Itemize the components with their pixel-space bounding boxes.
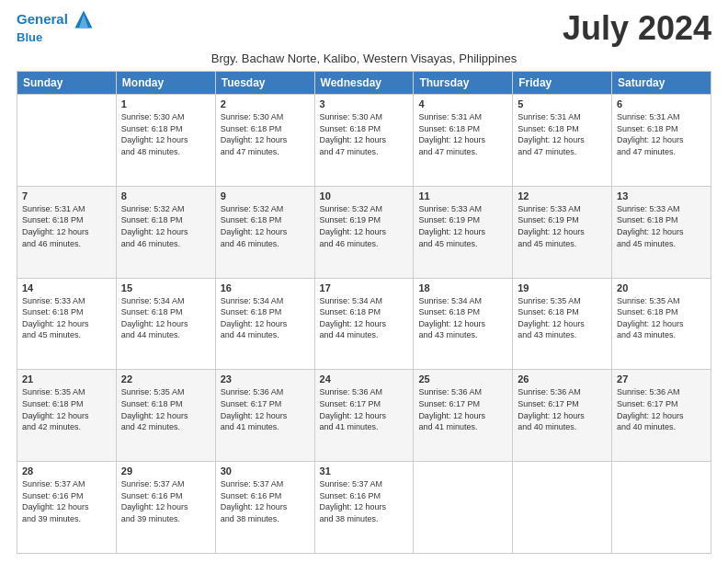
day-info: Sunrise: 5:35 AM Sunset: 6:18 PM Dayligh… — [121, 386, 210, 432]
header-sunday: Sunday — [17, 72, 117, 95]
day-number: 6 — [617, 98, 706, 109]
table-row: 23Sunrise: 5:36 AM Sunset: 6:17 PM Dayli… — [215, 370, 314, 462]
table-row: 31Sunrise: 5:37 AM Sunset: 6:16 PM Dayli… — [314, 462, 414, 554]
weekday-header-row: Sunday Monday Tuesday Wednesday Thursday… — [17, 72, 711, 95]
table-row: 20Sunrise: 5:35 AM Sunset: 6:18 PM Dayli… — [612, 278, 711, 370]
day-info: Sunrise: 5:33 AM Sunset: 6:19 PM Dayligh… — [518, 203, 607, 249]
day-number: 20 — [617, 282, 706, 293]
subtitle: Brgy. Bachaw Norte, Kalibo, Western Visa… — [17, 52, 711, 65]
month-title: July 2024 — [563, 9, 711, 48]
day-info: Sunrise: 5:31 AM Sunset: 6:18 PM Dayligh… — [418, 111, 507, 157]
header-tuesday: Tuesday — [215, 72, 314, 95]
table-row: 13Sunrise: 5:33 AM Sunset: 6:18 PM Dayli… — [612, 186, 711, 278]
day-number: 1 — [121, 98, 210, 109]
day-info: Sunrise: 5:34 AM Sunset: 6:18 PM Dayligh… — [320, 295, 409, 341]
day-info: Sunrise: 5:32 AM Sunset: 6:18 PM Dayligh… — [121, 203, 210, 249]
day-info: Sunrise: 5:34 AM Sunset: 6:18 PM Dayligh… — [418, 295, 507, 341]
day-info: Sunrise: 5:35 AM Sunset: 6:18 PM Dayligh… — [617, 295, 706, 341]
day-number: 28 — [22, 465, 111, 477]
day-number: 17 — [320, 282, 409, 293]
day-info: Sunrise: 5:30 AM Sunset: 6:18 PM Dayligh… — [221, 111, 310, 157]
table-row: 11Sunrise: 5:33 AM Sunset: 6:19 PM Dayli… — [414, 186, 513, 278]
logo-blue: Blue — [17, 31, 94, 44]
calendar-week-row: 1Sunrise: 5:30 AM Sunset: 6:18 PM Daylig… — [17, 95, 711, 187]
day-number: 4 — [418, 98, 507, 109]
table-row: 29Sunrise: 5:37 AM Sunset: 6:16 PM Dayli… — [116, 462, 215, 554]
day-info: Sunrise: 5:31 AM Sunset: 6:18 PM Dayligh… — [22, 203, 111, 249]
table-row: 16Sunrise: 5:34 AM Sunset: 6:18 PM Dayli… — [215, 278, 314, 370]
day-info: Sunrise: 5:37 AM Sunset: 6:16 PM Dayligh… — [221, 478, 310, 524]
table-row: 18Sunrise: 5:34 AM Sunset: 6:18 PM Dayli… — [414, 278, 513, 370]
table-row — [17, 95, 117, 187]
day-number: 30 — [221, 465, 310, 477]
day-info: Sunrise: 5:37 AM Sunset: 6:16 PM Dayligh… — [320, 478, 409, 524]
day-number: 27 — [617, 373, 706, 385]
logo-icon — [74, 9, 94, 29]
table-row: 15Sunrise: 5:34 AM Sunset: 6:18 PM Dayli… — [116, 278, 215, 370]
table-row: 19Sunrise: 5:35 AM Sunset: 6:18 PM Dayli… — [513, 278, 612, 370]
day-info: Sunrise: 5:33 AM Sunset: 6:18 PM Dayligh… — [22, 295, 111, 341]
table-row — [414, 462, 513, 554]
day-number: 18 — [418, 282, 507, 293]
day-info: Sunrise: 5:34 AM Sunset: 6:18 PM Dayligh… — [221, 295, 310, 341]
day-number: 31 — [320, 465, 409, 477]
day-info: Sunrise: 5:35 AM Sunset: 6:18 PM Dayligh… — [518, 295, 607, 341]
table-row: 25Sunrise: 5:36 AM Sunset: 6:17 PM Dayli… — [414, 370, 513, 462]
day-info: Sunrise: 5:33 AM Sunset: 6:18 PM Dayligh… — [617, 203, 706, 249]
table-row: 2Sunrise: 5:30 AM Sunset: 6:18 PM Daylig… — [215, 95, 314, 187]
header: General Blue July 2024 — [17, 9, 711, 48]
header-monday: Monday — [116, 72, 215, 95]
logo-area: General Blue — [17, 9, 94, 44]
day-number: 25 — [418, 373, 507, 385]
day-info: Sunrise: 5:36 AM Sunset: 6:17 PM Dayligh… — [518, 386, 607, 432]
day-info: Sunrise: 5:36 AM Sunset: 6:17 PM Dayligh… — [320, 386, 409, 432]
day-info: Sunrise: 5:35 AM Sunset: 6:18 PM Dayligh… — [22, 386, 111, 432]
day-info: Sunrise: 5:37 AM Sunset: 6:16 PM Dayligh… — [22, 478, 111, 524]
day-info: Sunrise: 5:30 AM Sunset: 6:18 PM Dayligh… — [121, 111, 210, 157]
page: General Blue July 2024 Brgy. Bachaw Nort… — [0, 0, 728, 563]
day-number: 10 — [320, 190, 409, 201]
table-row: 17Sunrise: 5:34 AM Sunset: 6:18 PM Dayli… — [314, 278, 414, 370]
day-info: Sunrise: 5:31 AM Sunset: 6:18 PM Dayligh… — [518, 111, 607, 157]
day-number: 14 — [22, 282, 111, 293]
day-info: Sunrise: 5:36 AM Sunset: 6:17 PM Dayligh… — [617, 386, 706, 432]
day-info: Sunrise: 5:30 AM Sunset: 6:18 PM Dayligh… — [320, 111, 409, 157]
table-row: 27Sunrise: 5:36 AM Sunset: 6:17 PM Dayli… — [612, 370, 711, 462]
day-info: Sunrise: 5:32 AM Sunset: 6:18 PM Dayligh… — [221, 203, 310, 249]
table-row — [612, 462, 711, 554]
day-number: 21 — [22, 373, 111, 385]
calendar-week-row: 21Sunrise: 5:35 AM Sunset: 6:18 PM Dayli… — [17, 370, 711, 462]
day-number: 23 — [221, 373, 310, 385]
day-info: Sunrise: 5:31 AM Sunset: 6:18 PM Dayligh… — [617, 111, 706, 157]
table-row: 14Sunrise: 5:33 AM Sunset: 6:18 PM Dayli… — [17, 278, 117, 370]
table-row: 3Sunrise: 5:30 AM Sunset: 6:18 PM Daylig… — [314, 95, 414, 187]
table-row — [513, 462, 612, 554]
day-info: Sunrise: 5:37 AM Sunset: 6:16 PM Dayligh… — [121, 478, 210, 524]
table-row: 5Sunrise: 5:31 AM Sunset: 6:18 PM Daylig… — [513, 95, 612, 187]
table-row: 6Sunrise: 5:31 AM Sunset: 6:18 PM Daylig… — [612, 95, 711, 187]
day-info: Sunrise: 5:36 AM Sunset: 6:17 PM Dayligh… — [418, 386, 507, 432]
day-number: 13 — [617, 190, 706, 201]
logo-text: General — [17, 9, 94, 31]
table-row: 4Sunrise: 5:31 AM Sunset: 6:18 PM Daylig… — [414, 95, 513, 187]
header-friday: Friday — [513, 72, 612, 95]
calendar-week-row: 7Sunrise: 5:31 AM Sunset: 6:18 PM Daylig… — [17, 186, 711, 278]
header-thursday: Thursday — [414, 72, 513, 95]
day-number: 5 — [518, 98, 607, 109]
day-number: 22 — [121, 373, 210, 385]
table-row: 26Sunrise: 5:36 AM Sunset: 6:17 PM Dayli… — [513, 370, 612, 462]
table-row: 12Sunrise: 5:33 AM Sunset: 6:19 PM Dayli… — [513, 186, 612, 278]
day-number: 12 — [518, 190, 607, 201]
table-row: 30Sunrise: 5:37 AM Sunset: 6:16 PM Dayli… — [215, 462, 314, 554]
table-row: 9Sunrise: 5:32 AM Sunset: 6:18 PM Daylig… — [215, 186, 314, 278]
day-number: 24 — [320, 373, 409, 385]
day-number: 3 — [320, 98, 409, 109]
day-number: 8 — [121, 190, 210, 201]
logo-general: General — [17, 11, 68, 27]
day-number: 11 — [418, 190, 507, 201]
day-number: 2 — [221, 98, 310, 109]
calendar-week-row: 28Sunrise: 5:37 AM Sunset: 6:16 PM Dayli… — [17, 462, 711, 554]
day-info: Sunrise: 5:32 AM Sunset: 6:19 PM Dayligh… — [320, 203, 409, 249]
calendar-table: Sunday Monday Tuesday Wednesday Thursday… — [17, 71, 711, 554]
day-info: Sunrise: 5:33 AM Sunset: 6:19 PM Dayligh… — [418, 203, 507, 249]
